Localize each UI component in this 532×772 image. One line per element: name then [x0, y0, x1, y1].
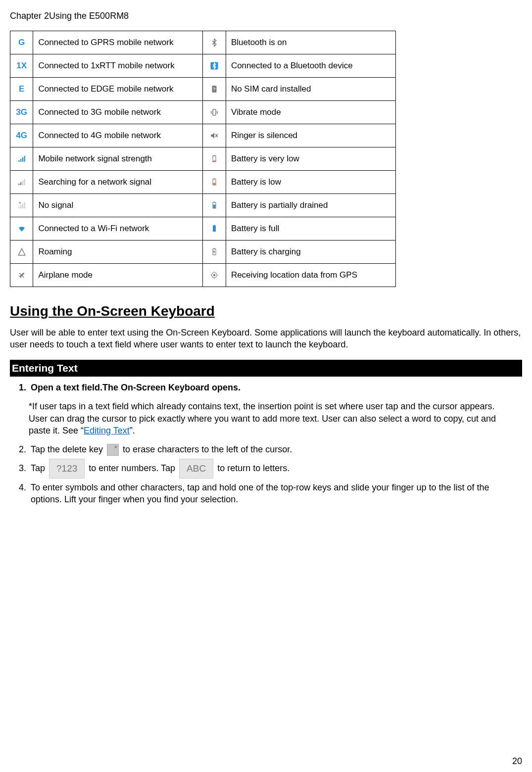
svg-rect-13: [18, 184, 19, 185]
table-row: 4GConnected to 4G mobile networkRinger i…: [10, 124, 396, 147]
svg-rect-22: [22, 204, 23, 208]
editing-text-link[interactable]: Editing Text: [84, 426, 130, 435]
steps-list: Open a text field.The On-Screen Keyboard…: [24, 382, 522, 393]
table-row: Mobile network signal strengthBattery is…: [10, 147, 396, 171]
left-icon: 1X: [10, 54, 33, 78]
left-icon: G: [10, 31, 33, 54]
right-desc: Connected to a Bluetooth device: [226, 54, 395, 78]
svg-rect-12: [213, 161, 216, 162]
svg-rect-26: [214, 202, 215, 203]
left-desc: Airplane mode: [33, 264, 203, 287]
left-icon: [10, 241, 33, 264]
right-desc: Battery is low: [226, 171, 395, 194]
table-row: ×No signalBattery is partially drained: [10, 194, 396, 217]
right-icon: [203, 241, 226, 264]
status-icons-table: GConnected to GPRS mobile networkBluetoo…: [10, 31, 396, 287]
section-heading: Using the On-Screen Keyboard: [10, 302, 522, 321]
left-icon: E: [10, 78, 33, 101]
left-desc: No signal: [33, 194, 203, 217]
right-desc: Vibrate mode: [226, 101, 395, 124]
left-icon: [10, 147, 33, 171]
steps-list-cont: Tap the delete key to erase characters t…: [24, 443, 522, 505]
delete-key-icon: [107, 444, 119, 456]
left-desc: Connected to GPRS mobile network: [33, 31, 203, 54]
svg-rect-23: [24, 202, 25, 208]
left-desc: Connected to 4G mobile network: [33, 124, 203, 147]
left-desc: Connected to a Wi-Fi network: [33, 217, 203, 241]
right-icon: [203, 54, 226, 78]
table-row: RoamingBattery is charging: [10, 241, 396, 264]
svg-rect-8: [22, 157, 23, 162]
page-number: 20: [512, 755, 522, 767]
svg-rect-11: [214, 155, 215, 156]
right-icon: [203, 171, 226, 194]
svg-rect-3: [213, 109, 216, 115]
note-text-end: ”.: [130, 426, 135, 435]
left-desc: Connected to 1xRTT mobile network: [33, 54, 203, 78]
svg-rect-9: [24, 156, 25, 162]
svg-text:?: ?: [213, 87, 216, 92]
table-row: Searching for a network signalBattery is…: [10, 171, 396, 194]
right-icon: ?: [203, 78, 226, 101]
section-body: User will be able to enter text using th…: [10, 327, 522, 351]
right-desc: Battery is full: [226, 217, 395, 241]
step-3: Tap ?123 to enter numbers. Tap ABC to re…: [29, 459, 512, 479]
left-icon: [10, 264, 33, 287]
svg-rect-28: [213, 226, 216, 232]
right-icon: [203, 101, 226, 124]
right-desc: Battery is very low: [226, 147, 395, 171]
left-desc: Searching for a network signal: [33, 171, 203, 194]
right-desc: Battery is charging: [226, 241, 395, 264]
step-1: Open a text field.The On-Screen Keyboard…: [29, 382, 512, 393]
svg-rect-29: [214, 225, 215, 226]
svg-point-32: [213, 274, 216, 277]
right-desc: Bluetooth is on: [226, 31, 395, 54]
svg-rect-7: [20, 159, 21, 162]
right-icon: [203, 264, 226, 287]
chapter-header: Chapter 2Using the E500RM8: [10, 10, 522, 22]
table-row: 3GConnected to 3G mobile networkVibrate …: [10, 101, 396, 124]
table-row: Airplane modeReceiving location data fro…: [10, 264, 396, 287]
letters-key-icon: ABC: [179, 459, 213, 479]
left-desc: Connected to EDGE mobile network: [33, 78, 203, 101]
left-icon: [10, 171, 33, 194]
step-2: Tap the delete key to erase characters t…: [29, 443, 512, 456]
right-desc: No SIM card installed: [226, 78, 395, 101]
svg-rect-19: [213, 183, 216, 185]
right-icon: [203, 147, 226, 171]
left-icon: ×: [10, 194, 33, 217]
left-icon: 3G: [10, 101, 33, 124]
svg-text:×: ×: [19, 201, 21, 205]
svg-rect-16: [24, 179, 25, 185]
svg-rect-15: [22, 181, 23, 185]
table-row: Connected to a Wi-Fi networkBattery is f…: [10, 217, 396, 241]
svg-rect-31: [214, 248, 215, 249]
subsection-heading: Entering Text: [10, 360, 522, 377]
right-icon: [203, 194, 226, 217]
right-icon: [203, 217, 226, 241]
right-desc: Battery is partially drained: [226, 194, 395, 217]
step-4: To enter symbols and other characters, t…: [29, 482, 512, 506]
numbers-key-icon: ?123: [49, 459, 85, 479]
svg-rect-18: [214, 179, 215, 180]
left-icon: 4G: [10, 124, 33, 147]
svg-rect-6: [18, 160, 19, 162]
table-row: 1XConnected to 1xRTT mobile networkConne…: [10, 54, 396, 78]
left-desc: Mobile network signal strength: [33, 147, 203, 171]
table-row: EConnected to EDGE mobile network?No SIM…: [10, 78, 396, 101]
svg-rect-21: [20, 205, 21, 208]
left-icon: [10, 217, 33, 241]
svg-rect-27: [213, 205, 216, 208]
left-desc: Connected to 3G mobile network: [33, 101, 203, 124]
note-block: *If user taps in a text field which alre…: [29, 400, 522, 436]
table-row: GConnected to GPRS mobile networkBluetoo…: [10, 31, 396, 54]
right-desc: Receiving location data from GPS: [226, 264, 395, 287]
right-desc: Ringer is silenced: [226, 124, 395, 147]
svg-rect-20: [18, 207, 19, 208]
right-icon: [203, 31, 226, 54]
left-desc: Roaming: [33, 241, 203, 264]
right-icon: [203, 124, 226, 147]
svg-rect-14: [20, 182, 21, 185]
